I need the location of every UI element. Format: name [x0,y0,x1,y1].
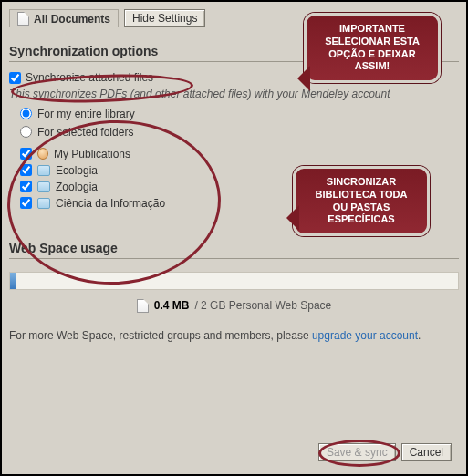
callout-line: IMPORTANTE [316,23,429,36]
more-suffix: . [418,329,421,342]
radio-selected-label: For selected folders [37,126,133,139]
sync-attached-label: Synchronize attached files [26,71,153,84]
folder-label: Zoologia [56,181,98,193]
folder-label: Ciência da Informação [56,197,165,210]
folder-icon [37,198,50,209]
callout-line: ESPECÍFICAS [305,213,418,226]
callout-line: OU PASTAS [305,202,418,214]
folder-label: Ecologia [56,164,98,177]
callout-line: BIBLIOTECA TODA [305,189,418,202]
radio-selected-input[interactable] [20,126,32,138]
folder-label: My Publications [54,148,130,160]
callout-line: SINCRONIZAR [305,176,418,189]
folder-checkbox[interactable] [20,148,32,160]
folder-icon [37,181,50,192]
document-icon [17,12,29,26]
webspace-usage-line: 0.4 MB / 2 GB Personal Web Space [9,299,459,313]
sync-help-text: This synchronizes PDFs (and other attach… [9,88,459,102]
settings-panel: All Documents Hide Settings Synchronizat… [0,0,468,476]
webspace-total: / 2 GB Personal Web Space [194,299,331,312]
radio-selected-folders[interactable]: For selected folders [20,126,459,139]
webspace-heading: Web Space usage [9,241,459,259]
person-icon [37,148,48,160]
webspace-more-line: For more Web Space, restricted groups an… [9,329,459,342]
folder-checkbox[interactable] [20,181,32,192]
webspace-progress [9,272,459,290]
callout-line: SELECIONAR ESTA [316,36,429,48]
cancel-button[interactable]: Cancel [401,443,452,461]
tab-all-documents[interactable]: All Documents [9,9,119,27]
callout-tail [274,205,299,231]
folder-icon [37,165,50,176]
document-icon [137,299,149,313]
radio-entire-input[interactable] [20,108,32,119]
webspace-progress-bar [10,273,16,289]
hide-settings-button[interactable]: Hide Settings [124,9,205,27]
callout-important: IMPORTANTE SELECIONAR ESTA OPÇÃO E DEIXA… [304,13,441,83]
more-prefix: For more Web Space, restricted groups an… [9,329,312,342]
upgrade-account-link[interactable]: upgrade your account [312,329,418,342]
folder-checkbox[interactable] [20,164,32,176]
tab-label: All Documents [34,13,110,26]
button-bar: Save & sync Cancel [318,443,452,461]
callout-tail [285,66,310,91]
folder-checkbox[interactable] [20,197,32,209]
save-sync-button[interactable]: Save & sync [318,443,396,461]
callout-line: ASSIM! [316,60,429,73]
radio-entire-library[interactable]: For my entire library [20,108,459,120]
callout-line: OPÇÃO E DEIXAR [316,48,429,61]
list-item[interactable]: My Publications [20,148,459,160]
callout-sync: SINCRONIZAR BIBLIOTECA TODA OU PASTAS ES… [293,166,430,236]
sync-attached-checkbox[interactable] [9,72,21,84]
webspace-used: 0.4 MB [154,299,190,312]
radio-entire-label: For my entire library [37,108,135,120]
